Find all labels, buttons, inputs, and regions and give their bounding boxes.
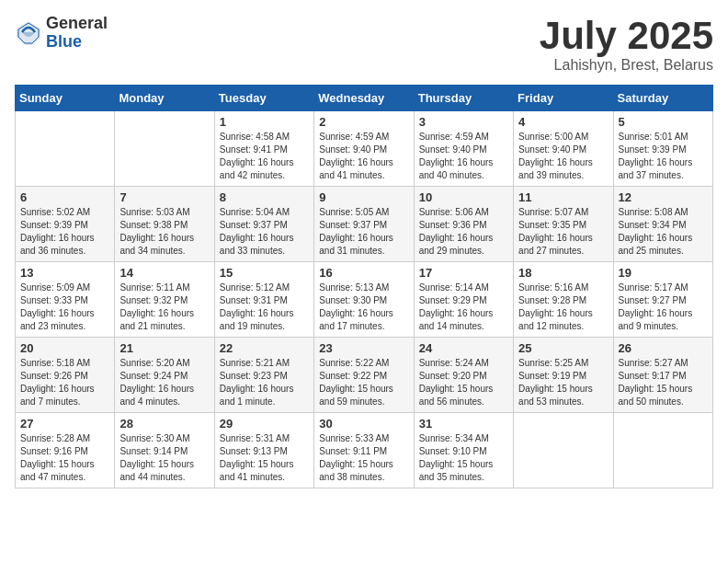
calendar-cell: 3Sunrise: 4:59 AM Sunset: 9:40 PM Daylig… bbox=[414, 111, 513, 187]
weekday-header-row: SundayMondayTuesdayWednesdayThursdayFrid… bbox=[16, 86, 713, 111]
day-info: Sunrise: 5:21 AM Sunset: 9:23 PM Dayligh… bbox=[220, 357, 309, 408]
day-info: Sunrise: 5:24 AM Sunset: 9:20 PM Dayligh… bbox=[419, 357, 508, 408]
calendar-cell: 27Sunrise: 5:28 AM Sunset: 9:16 PM Dayli… bbox=[16, 413, 115, 488]
calendar-cell: 15Sunrise: 5:12 AM Sunset: 9:31 PM Dayli… bbox=[214, 262, 313, 338]
calendar-cell: 14Sunrise: 5:11 AM Sunset: 9:32 PM Dayli… bbox=[115, 262, 214, 338]
day-info: Sunrise: 5:13 AM Sunset: 9:30 PM Dayligh… bbox=[319, 282, 408, 333]
day-number: 16 bbox=[319, 266, 408, 280]
day-number: 27 bbox=[20, 417, 109, 431]
day-number: 14 bbox=[119, 266, 209, 280]
calendar-cell: 29Sunrise: 5:31 AM Sunset: 9:13 PM Dayli… bbox=[214, 413, 313, 488]
day-number: 28 bbox=[119, 417, 209, 431]
day-info: Sunrise: 5:05 AM Sunset: 9:37 PM Dayligh… bbox=[319, 206, 408, 258]
day-number: 3 bbox=[419, 115, 508, 129]
day-info: Sunrise: 5:34 AM Sunset: 9:10 PM Dayligh… bbox=[419, 432, 508, 484]
day-number: 20 bbox=[20, 341, 109, 355]
day-number: 5 bbox=[619, 115, 708, 129]
day-info: Sunrise: 5:14 AM Sunset: 9:29 PM Dayligh… bbox=[419, 282, 508, 333]
day-number: 23 bbox=[319, 341, 408, 355]
day-number: 19 bbox=[619, 266, 708, 280]
day-number: 2 bbox=[319, 115, 408, 129]
day-number: 6 bbox=[20, 190, 109, 204]
calendar-cell: 24Sunrise: 5:24 AM Sunset: 9:20 PM Dayli… bbox=[414, 338, 513, 413]
day-info: Sunrise: 5:30 AM Sunset: 9:14 PM Dayligh… bbox=[119, 432, 209, 484]
day-info: Sunrise: 5:04 AM Sunset: 9:37 PM Dayligh… bbox=[220, 206, 309, 258]
calendar-cell: 22Sunrise: 5:21 AM Sunset: 9:23 PM Dayli… bbox=[214, 338, 313, 413]
day-info: Sunrise: 4:58 AM Sunset: 9:41 PM Dayligh… bbox=[220, 131, 309, 182]
day-number: 11 bbox=[518, 190, 608, 204]
calendar-table: SundayMondayTuesdayWednesdayThursdayFrid… bbox=[15, 85, 713, 488]
calendar-cell: 2Sunrise: 4:59 AM Sunset: 9:40 PM Daylig… bbox=[314, 111, 414, 187]
day-info: Sunrise: 4:59 AM Sunset: 9:40 PM Dayligh… bbox=[319, 131, 408, 182]
day-number: 24 bbox=[419, 341, 508, 355]
weekday-header-tuesday: Tuesday bbox=[214, 86, 313, 111]
day-info: Sunrise: 4:59 AM Sunset: 9:40 PM Dayligh… bbox=[419, 131, 508, 182]
day-info: Sunrise: 5:17 AM Sunset: 9:27 PM Dayligh… bbox=[619, 282, 708, 333]
day-number: 31 bbox=[419, 417, 508, 431]
day-number: 1 bbox=[220, 115, 309, 129]
day-number: 7 bbox=[119, 190, 209, 204]
calendar-cell: 12Sunrise: 5:08 AM Sunset: 9:34 PM Dayli… bbox=[613, 187, 712, 262]
calendar-cell: 7Sunrise: 5:03 AM Sunset: 9:38 PM Daylig… bbox=[115, 187, 214, 262]
day-info: Sunrise: 5:09 AM Sunset: 9:33 PM Dayligh… bbox=[20, 282, 109, 333]
calendar-cell: 17Sunrise: 5:14 AM Sunset: 9:29 PM Dayli… bbox=[414, 262, 513, 338]
day-info: Sunrise: 5:07 AM Sunset: 9:35 PM Dayligh… bbox=[518, 206, 608, 258]
calendar-cell: 1Sunrise: 4:58 AM Sunset: 9:41 PM Daylig… bbox=[214, 111, 313, 187]
calendar-cell: 21Sunrise: 5:20 AM Sunset: 9:24 PM Dayli… bbox=[115, 338, 214, 413]
day-info: Sunrise: 5:27 AM Sunset: 9:17 PM Dayligh… bbox=[619, 357, 708, 408]
day-number: 18 bbox=[518, 266, 608, 280]
day-number: 12 bbox=[619, 190, 708, 204]
calendar-cell bbox=[16, 111, 115, 187]
logo-text: General Blue bbox=[46, 15, 108, 52]
weekday-header-thursday: Thursday bbox=[414, 86, 513, 111]
calendar-cell: 13Sunrise: 5:09 AM Sunset: 9:33 PM Dayli… bbox=[16, 262, 115, 338]
day-info: Sunrise: 5:28 AM Sunset: 9:16 PM Dayligh… bbox=[20, 432, 109, 484]
day-info: Sunrise: 5:22 AM Sunset: 9:22 PM Dayligh… bbox=[319, 357, 408, 408]
day-number: 21 bbox=[119, 341, 209, 355]
calendar-cell: 11Sunrise: 5:07 AM Sunset: 9:35 PM Dayli… bbox=[514, 187, 613, 262]
calendar-cell: 28Sunrise: 5:30 AM Sunset: 9:14 PM Dayli… bbox=[115, 413, 214, 488]
calendar-week-2: 6Sunrise: 5:02 AM Sunset: 9:39 PM Daylig… bbox=[16, 187, 713, 262]
day-info: Sunrise: 5:11 AM Sunset: 9:32 PM Dayligh… bbox=[119, 282, 209, 333]
calendar-cell: 18Sunrise: 5:16 AM Sunset: 9:28 PM Dayli… bbox=[514, 262, 613, 338]
day-info: Sunrise: 5:20 AM Sunset: 9:24 PM Dayligh… bbox=[119, 357, 209, 408]
title-block: July 2025 Lahishyn, Brest, Belarus bbox=[540, 15, 713, 74]
logo-icon bbox=[15, 19, 42, 47]
calendar-week-4: 20Sunrise: 5:18 AM Sunset: 9:26 PM Dayli… bbox=[16, 338, 713, 413]
day-number: 22 bbox=[220, 341, 309, 355]
day-number: 17 bbox=[419, 266, 508, 280]
calendar-cell: 5Sunrise: 5:01 AM Sunset: 9:39 PM Daylig… bbox=[613, 111, 712, 187]
day-number: 26 bbox=[619, 341, 708, 355]
logo-general: General bbox=[46, 15, 108, 33]
calendar-cell: 16Sunrise: 5:13 AM Sunset: 9:30 PM Dayli… bbox=[314, 262, 414, 338]
calendar-cell: 31Sunrise: 5:34 AM Sunset: 9:10 PM Dayli… bbox=[414, 413, 513, 488]
weekday-header-sunday: Sunday bbox=[16, 86, 115, 111]
weekday-header-saturday: Saturday bbox=[613, 86, 712, 111]
logo-blue: Blue bbox=[46, 33, 108, 52]
month-title: July 2025 bbox=[540, 15, 713, 57]
calendar-cell: 8Sunrise: 5:04 AM Sunset: 9:37 PM Daylig… bbox=[214, 187, 313, 262]
location: Lahishyn, Brest, Belarus bbox=[540, 57, 713, 74]
calendar-cell: 6Sunrise: 5:02 AM Sunset: 9:39 PM Daylig… bbox=[16, 187, 115, 262]
day-info: Sunrise: 5:31 AM Sunset: 9:13 PM Dayligh… bbox=[220, 432, 309, 484]
calendar-week-3: 13Sunrise: 5:09 AM Sunset: 9:33 PM Dayli… bbox=[16, 262, 713, 338]
day-number: 8 bbox=[220, 190, 309, 204]
day-number: 13 bbox=[20, 266, 109, 280]
calendar-cell bbox=[115, 111, 214, 187]
day-number: 30 bbox=[319, 417, 408, 431]
day-info: Sunrise: 5:12 AM Sunset: 9:31 PM Dayligh… bbox=[220, 282, 309, 333]
calendar-cell: 9Sunrise: 5:05 AM Sunset: 9:37 PM Daylig… bbox=[314, 187, 414, 262]
calendar-cell: 19Sunrise: 5:17 AM Sunset: 9:27 PM Dayli… bbox=[613, 262, 712, 338]
calendar-cell: 23Sunrise: 5:22 AM Sunset: 9:22 PM Dayli… bbox=[314, 338, 414, 413]
day-info: Sunrise: 5:33 AM Sunset: 9:11 PM Dayligh… bbox=[319, 432, 408, 484]
day-number: 15 bbox=[220, 266, 309, 280]
calendar-cell bbox=[613, 413, 712, 488]
calendar-cell: 30Sunrise: 5:33 AM Sunset: 9:11 PM Dayli… bbox=[314, 413, 414, 488]
day-info: Sunrise: 5:02 AM Sunset: 9:39 PM Dayligh… bbox=[20, 206, 109, 258]
calendar-cell: 10Sunrise: 5:06 AM Sunset: 9:36 PM Dayli… bbox=[414, 187, 513, 262]
page-header: General Blue July 2025 Lahishyn, Brest, … bbox=[15, 15, 713, 74]
calendar-cell: 20Sunrise: 5:18 AM Sunset: 9:26 PM Dayli… bbox=[16, 338, 115, 413]
calendar-cell: 25Sunrise: 5:25 AM Sunset: 9:19 PM Dayli… bbox=[514, 338, 613, 413]
calendar-week-1: 1Sunrise: 4:58 AM Sunset: 9:41 PM Daylig… bbox=[16, 111, 713, 187]
calendar-cell: 26Sunrise: 5:27 AM Sunset: 9:17 PM Dayli… bbox=[613, 338, 712, 413]
